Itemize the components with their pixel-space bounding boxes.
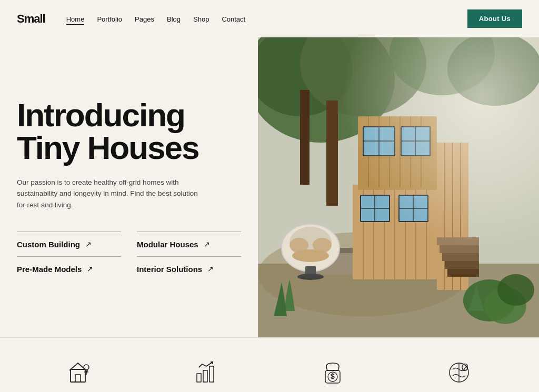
svg-rect-59 — [71, 369, 85, 382]
nav-contact[interactable]: Contact — [222, 15, 245, 23]
feature-eco: Eco-Friendly Natus error sit voluptatem … — [406, 359, 512, 392]
svg-rect-65 — [203, 370, 207, 382]
link-custom-building[interactable]: Custom Building ↗ — [17, 232, 121, 256]
hero-section: Introducing Tiny Houses Our passion is t… — [0, 37, 539, 337]
svg-rect-58 — [258, 37, 539, 337]
nav-shop[interactable]: Shop — [193, 15, 209, 23]
link-premade-models[interactable]: Pre-Made Models ↗ — [17, 256, 121, 281]
nav-portfolio[interactable]: Portfolio — [97, 15, 122, 23]
link-modular-houses[interactable]: Modular Houses ↗ — [137, 232, 241, 256]
nav-blog[interactable]: Blog — [167, 15, 181, 23]
arrow-icon-3: ↗ — [207, 265, 214, 274]
svg-rect-66 — [209, 366, 214, 382]
arrow-icon-0: ↗ — [85, 240, 92, 249]
scalable-icon — [193, 359, 220, 386]
eco-icon — [445, 359, 473, 386]
link-interior-solutions[interactable]: Interior Solutions ↗ — [137, 256, 241, 281]
hero-subtitle: Our passion is to create healthy off-gri… — [17, 177, 206, 211]
nav-home[interactable]: Home — [66, 15, 85, 25]
svg-rect-60 — [75, 375, 81, 382]
feature-affordable: $ Affordable Natus error sit voluptatem … — [280, 359, 385, 392]
hero-links-grid: Custom Building ↗ Modular Houses ↗ Pre-M… — [17, 232, 241, 281]
hero-image — [258, 37, 539, 337]
nav-pages[interactable]: Pages — [135, 15, 154, 23]
svg-point-61 — [84, 365, 89, 370]
about-us-button[interactable]: About Us — [467, 9, 522, 28]
affordable-icon: $ — [319, 359, 346, 386]
hero-content: Introducing Tiny Houses Our passion is t… — [0, 37, 258, 337]
brand-logo[interactable]: Small — [17, 12, 45, 26]
hero-title: Introducing Tiny Houses — [17, 99, 241, 164]
feature-innovative: Innovative Natus error sit voluptatem ac… — [27, 359, 133, 392]
innovative-icon — [66, 359, 94, 386]
nav-links: Home Portfolio Pages Blog Shop Contact — [66, 14, 467, 24]
features-section: Innovative Natus error sit voluptatem ac… — [0, 337, 539, 392]
svg-text:$: $ — [331, 372, 335, 380]
arrow-icon-2: ↗ — [87, 265, 93, 274]
feature-scalable: Scalable Natus error sit voluptatem accu… — [154, 359, 259, 392]
hero-scene-svg — [258, 37, 539, 337]
svg-rect-64 — [197, 374, 201, 382]
navbar: Small Home Portfolio Pages Blog Shop Con… — [0, 0, 539, 37]
arrow-icon-1: ↗ — [204, 240, 210, 249]
